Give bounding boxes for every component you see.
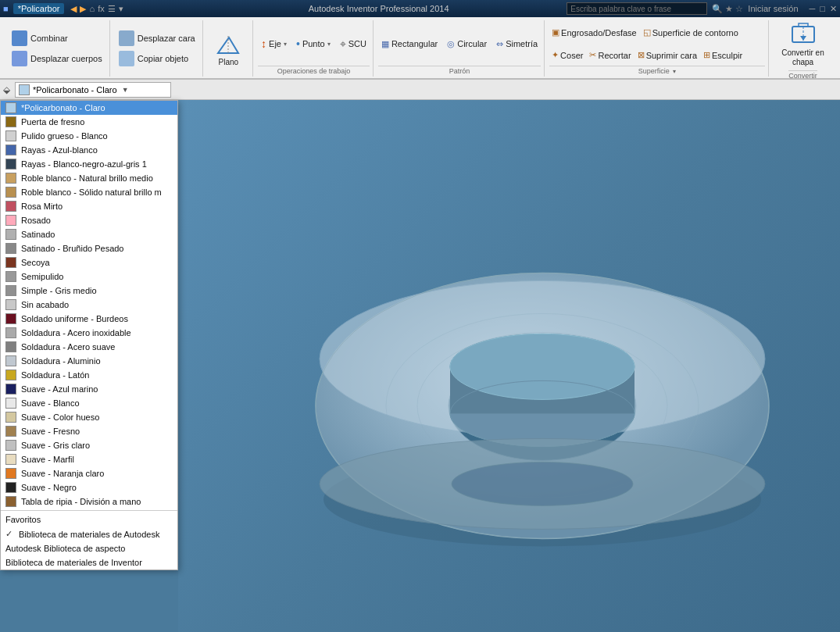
superficie-dropdown[interactable]: ▾ [673,68,676,75]
material-item-label: Soldadura - Acero inoxidable [21,328,131,337]
material-list-item[interactable]: Suave - Fresno [1,424,177,438]
point-dropdown[interactable]: ▾ [327,41,331,48]
material-swatch [5,173,16,184]
material-list-item[interactable]: Rayas - Blanco-negro-azul-gris 1 [1,157,177,171]
material-item-label: Rosado [21,216,51,225]
material-list-item[interactable]: Rosa Mirto [1,199,177,213]
axis-btn[interactable]: ↕ Eje ▾ [258,36,290,52]
rect-btn[interactable]: ▦ Rectangular [378,37,441,51]
material-swatch [5,327,16,338]
back-icon[interactable]: ◀ [70,4,77,14]
material-list-item[interactable]: Semipulido [1,270,177,284]
trim-icon: ✂ [589,50,596,60]
ribbon-group-convertir: Convertir en chapa Convertir [770,20,835,77]
material-swatch [5,215,16,226]
material-item-label: Rayas - Azul-blanco [21,145,98,155]
material-list-item[interactable]: Tabla de ripia - División a mano [1,495,177,509]
material-list-item[interactable]: Suave - Blanco [1,396,177,410]
material-list-item[interactable]: Suave - Color hueso [1,410,177,424]
material-list-item[interactable]: Simple - Gris medio [1,284,177,298]
material-list-item[interactable]: Satinado - Bruñido Pesado [1,241,177,255]
material-list-item[interactable]: Suave - Gris claro [1,438,177,452]
material-item-label: Suave - Fresno [21,427,80,436]
material-list-item[interactable]: Soldadura - Latón [1,368,177,382]
material-list-item[interactable]: Satinado [1,227,177,241]
search-icons: 🔍 ★ ☆ [712,4,743,14]
material-list-item[interactable]: Suave - Azul marino [1,382,177,396]
footer-item[interactable]: Biblioteca de materiales de Autodesk [1,527,177,541]
footer-item[interactable]: Favoritos [1,512,177,527]
material-list-item[interactable]: Roble blanco - Sólido natural brillo m [1,185,177,199]
forward-icon[interactable]: ▶ [80,4,86,14]
title-bar-left: ■ *Policarbor ◀ ▶ ⌂ fx ☰ ▾ [3,3,191,14]
point-btn[interactable]: • Punto ▾ [293,36,334,52]
minimize-btn[interactable]: ─ [810,4,816,14]
material-list-item[interactable]: Roble blanco - Natural brillo medio [1,171,177,185]
material-swatch [5,440,16,451]
copy-obj-btn[interactable]: Copiar objeto [116,49,198,68]
axis-dropdown[interactable]: ▾ [284,41,287,48]
material-list-item[interactable]: Rosado [1,213,177,227]
home-icon[interactable]: ⌂ [89,4,95,14]
material-item-label: Soldadura - Aluminio [21,356,101,366]
sculpt-btn[interactable]: ⊞ Esculpir [701,49,745,61]
material-list[interactable]: Puerta de fresno Pulido grueso - Blanco … [1,115,177,509]
material-combo-arrow[interactable]: ▼ [122,86,129,94]
title-bar: ■ *Policarbor ◀ ▶ ⌂ fx ☰ ▾ Autodesk Inve… [0,0,840,17]
combine-icon [12,30,27,46]
material-swatch [5,130,16,141]
footer-item[interactable]: Biblioteca de materiales de Inventor [1,555,177,570]
material-item-label: Pulido grueso - Blanco [21,131,108,141]
material-item-label: Suave - Gris claro [21,441,90,450]
sym-btn[interactable]: ⇔ Simetría [493,37,541,51]
material-list-item[interactable]: Suave - Naranja claro [1,466,177,480]
scu-btn[interactable]: ⌖ SCU [337,36,370,52]
material-item-label: Simple - Gris medio [21,286,97,295]
dropdown-arrow-icon[interactable]: ▾ [119,4,123,14]
close-btn[interactable]: ✕ [830,4,837,14]
material-list-item[interactable]: Sin acabado [1,298,177,312]
material-list-item[interactable]: Suave - Negro [1,480,177,495]
material-list-item[interactable]: Suave - Marfil [1,452,177,466]
search-input[interactable] [567,2,707,15]
maximize-btn[interactable]: □ [820,4,825,14]
combine-btn[interactable]: Combinar [9,29,105,48]
material-swatch [5,454,16,465]
dropdown-selected-item[interactable]: *Policarbonato - Claro [1,101,177,115]
sculpt-icon: ⊞ [703,50,710,60]
login-label[interactable]: Iniciar sesión [748,4,798,13]
material-list-item[interactable]: Pulido grueso - Blanco [1,129,177,143]
surf-contour-btn[interactable]: ◱ Superficie de contorno [641,27,741,38]
menu-icon[interactable]: ☰ [108,4,116,14]
material-list-item[interactable]: Soldadura - Acero inoxidable [1,326,177,340]
convert-sheet-btn[interactable]: Convertir en chapa [777,17,829,70]
del-face-icon: ⊠ [638,50,645,60]
stitch-btn[interactable]: ✦ Coser [549,49,585,61]
trim-btn[interactable]: ✂ Recortar [587,49,633,61]
move-bodies-btn[interactable]: Desplazar cuerpos [9,49,105,68]
del-face-btn[interactable]: ⊠ Suprimir cara [635,49,699,61]
torus-shape [300,171,785,577]
material-list-item[interactable]: Puerta de fresno [1,115,177,129]
material-item-label: Roble blanco - Natural brillo medio [21,173,153,183]
material-combo[interactable]: *Policarbonato - Claro ▼ [15,82,171,98]
material-swatch [5,187,16,198]
material-list-item[interactable]: Soldadura - Aluminio [1,354,177,368]
selected-material-text: *Policarbonato - Claro [21,103,105,112]
material-list-item[interactable]: Secoya [1,255,177,270]
axis-icon: ↕ [261,37,266,50]
selected-swatch-top [5,102,16,113]
selected-material-label: *Policarbonato - Claro [33,85,117,95]
plane-btn[interactable]: Plano [212,28,245,70]
material-list-item[interactable]: Soldado uniforme - Burdeos [1,312,177,326]
circ-btn[interactable]: ◎ Circular [444,37,490,51]
material-list-item[interactable]: Soldadura - Acero suave [1,340,177,354]
formula-icon[interactable]: fx [98,4,105,14]
material-item-label: Suave - Naranja claro [21,469,104,478]
copy-obj-icon [119,51,134,66]
footer-item[interactable]: Autodesk Biblioteca de aspecto [1,541,177,555]
move-face-btn[interactable]: Desplazar cara [116,29,198,48]
material-list-item[interactable]: Rayas - Azul-blanco [1,143,177,157]
material-item-label: Semipulido [21,272,63,281]
thicken-btn[interactable]: ▣ Engrosado/Desfase [549,27,639,38]
